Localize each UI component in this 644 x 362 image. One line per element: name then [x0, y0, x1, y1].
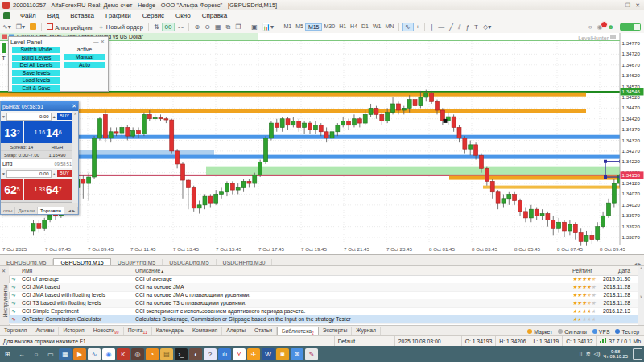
timeframe-MN[interactable]: MN [383, 23, 396, 31]
taskbar-photo-tool-icon[interactable]: ◎ [131, 348, 144, 360]
mode-button-manual[interactable]: Manual [64, 54, 105, 60]
volume-icon[interactable]: ◁) [594, 351, 601, 357]
profiles-button[interactable]: ❐▾ [14, 23, 27, 31]
screenshot-icon[interactable]: ▣ [249, 23, 260, 31]
lot-input[interactable]: 0.00 [6, 113, 52, 121]
market-watch-tab-Детали[interactable]: Детали [15, 207, 38, 214]
column-header-Имя[interactable]: Имя [22, 268, 32, 274]
taskbar-terminal-icon[interactable]: ›_ [175, 348, 188, 360]
column-header-Дата[interactable]: Дата [618, 268, 630, 274]
connection-toggle[interactable] [620, 23, 641, 31]
sell-price-button[interactable]: 132 [1, 121, 23, 143]
taskbar-telegram-icon[interactable]: ✈ [247, 348, 260, 360]
object-bar-icon[interactable] [2, 43, 6, 53]
indicators-button[interactable]: 📊▾ [260, 23, 276, 31]
action-center-icon[interactable] [633, 348, 642, 360]
level-panel-button-save-levels[interactable]: Save levels [12, 70, 60, 76]
timeframe-H4[interactable]: H4 [349, 23, 360, 31]
taskbar-search-icon[interactable]: ○ [30, 348, 43, 360]
menu-Файл[interactable]: Файл [14, 12, 42, 19]
taskbar-chrome-icon[interactable]: ◉ [102, 348, 115, 360]
timeframe-M1[interactable]: M1 [282, 23, 294, 31]
level-panel-button-switch-mode[interactable]: Switch Mode [12, 47, 60, 53]
taskbar-paint-icon[interactable]: ✎ [305, 348, 318, 360]
taskbar-start-icon[interactable]: ⊞ [1, 348, 14, 360]
taskbar-kmplayer-icon[interactable]: K [117, 348, 130, 360]
menu-Справка[interactable]: Справка [196, 12, 233, 19]
taskbar-lock-app-icon[interactable]: ◙ [276, 348, 289, 360]
shapes-tool-icon[interactable]: ◇▾ [481, 23, 493, 31]
trendline-tool-icon[interactable]: ╱ [447, 23, 456, 31]
level-panel-button-exit-save[interactable]: Exit & Save [12, 85, 60, 92]
cascade-windows-icon[interactable]: ❐ [233, 23, 243, 31]
close-icon[interactable]: ✕ [635, 2, 640, 9]
crosshair-tool-icon[interactable]: + [414, 23, 423, 31]
network-icon[interactable]: ≋ [586, 351, 591, 357]
stepper-down-icon[interactable]: ▼ [2, 171, 6, 176]
menu-Сервис[interactable]: Сервис [137, 12, 170, 19]
buy-button[interactable]: BUY [57, 170, 72, 177]
taskbar-back-icon[interactable]: ← [15, 348, 28, 360]
menu-Окно[interactable]: Окно [170, 12, 196, 19]
taskbar-stats-icon[interactable]: ılı [218, 348, 231, 360]
zoom-out-icon[interactable]: ⊖ [202, 23, 213, 31]
close-icon[interactable]: ✕ [2, 268, 6, 274]
level-panel-titlebar[interactable]: Level Panel —✕ [9, 37, 108, 47]
taskbar-media-player-icon[interactable]: ▶ [73, 348, 86, 360]
battery-icon[interactable]: ▯ [580, 351, 583, 357]
text-tool-icon[interactable]: T [472, 23, 481, 31]
lot-stepper[interactable]: ▼ 0.00 ▲ BUY [1, 111, 78, 121]
buy-button[interactable]: BUY [57, 113, 72, 120]
market-watch-tab-Торговля[interactable]: Торговля [38, 207, 64, 214]
menu-Вставка[interactable]: Вставка [64, 12, 100, 19]
taskbar-help-doc-icon[interactable]: ? [204, 348, 217, 360]
object-text-icon[interactable]: T [2, 55, 6, 62]
scrollbar[interactable]: ∧∨ [638, 266, 644, 325]
sell-price-button[interactable]: 625 [1, 179, 23, 200]
level-panel-button-del-all-levels[interactable]: Del All Levels [12, 62, 60, 68]
fibo-tool-icon[interactable]: ƒ [464, 23, 472, 31]
level-panel-button-load-levels[interactable]: Load levels [12, 77, 60, 84]
taskbar-metatrader-icon[interactable]: ∿ [88, 348, 101, 360]
close-icon[interactable]: ✕ [72, 103, 76, 109]
mode-button-auto[interactable]: Auto [64, 62, 105, 68]
minimize-icon[interactable]: — [615, 2, 621, 9]
channel-tool-icon[interactable]: ⫽ [456, 23, 464, 31]
panel-button-Маркет[interactable]: Маркет [527, 329, 552, 335]
cursor-tool-icon[interactable]: ⇖ [402, 23, 414, 31]
column-header-Рейтинг[interactable]: Рейтинг [572, 268, 592, 274]
tab-scroll-icons[interactable]: ◂ ▸ [66, 207, 78, 214]
title-bar[interactable]: 2000110257 - AlfaForexRU-Real: Демо-счет… [0, 0, 644, 11]
grid-icon[interactable]: ▦ [213, 23, 224, 31]
stepper-down-icon[interactable]: ▼ [2, 114, 6, 119]
new-order-button[interactable]: ＋ Новый ордер [96, 23, 146, 31]
vline-tool-icon[interactable]: ∣ [427, 23, 436, 31]
lot-input[interactable]: 0.00 [6, 170, 52, 178]
column-header-Описание[interactable]: Описание ▲ [135, 268, 160, 274]
taskbar-clock[interactable]: 9:58Чт 09.10.25 [603, 349, 628, 360]
notifications-icon[interactable]: ◉ [595, 23, 605, 31]
timeframe-M30[interactable]: M30 [322, 23, 337, 31]
timeframe-H1[interactable]: H1 [337, 23, 349, 31]
menu-Вид[interactable]: Вид [42, 12, 64, 19]
market-watch-tab-олы[interactable]: олы [1, 207, 15, 214]
taskbar-yandex-icon[interactable]: Y [233, 348, 246, 360]
timeframe-D1[interactable]: D1 [360, 23, 371, 31]
buy-price-button[interactable]: 1.16 146 [24, 121, 72, 143]
level-panel-button-build-levels[interactable]: Build Levels [12, 55, 60, 61]
menu-Графики[interactable]: Графики [100, 12, 137, 19]
favorites-icon[interactable] [27, 23, 39, 31]
hline-tool-icon[interactable]: ― [436, 23, 447, 31]
stepper-up-icon[interactable]: ▲ [52, 114, 56, 119]
panel-button-VPS[interactable]: VPS [592, 329, 610, 335]
buy-price-button[interactable]: 1.33 647 [24, 179, 72, 200]
taskbar-word-icon[interactable]: W [262, 348, 275, 360]
timeframe-M15[interactable]: M15 [305, 23, 322, 31]
taskbar-folder-icon[interactable]: ▤ [160, 348, 173, 360]
search-icon[interactable]: ○ [586, 23, 595, 31]
minimize-icon[interactable]: — [93, 39, 101, 44]
panel-button-Сигналы[interactable]: Сигналы [558, 329, 587, 335]
level-panel-window[interactable]: Level Panel —✕ Switch ModeBuild LevelsDe… [8, 36, 109, 92]
taskbar-calculator-icon[interactable]: ▦ [59, 348, 72, 360]
close-icon[interactable]: ✕ [101, 39, 106, 44]
